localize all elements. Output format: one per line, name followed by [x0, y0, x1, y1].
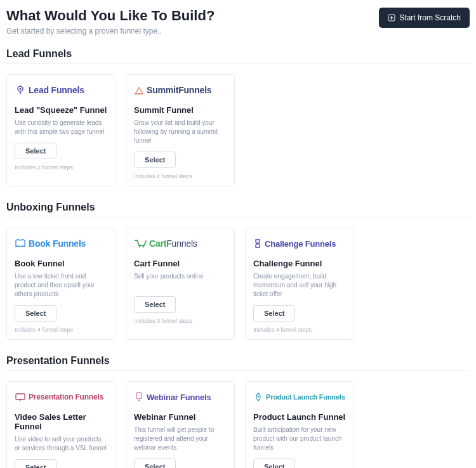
section-title-unboxing: Unboxing Funnels: [6, 202, 470, 213]
select-button[interactable]: Select: [134, 152, 176, 168]
section-title-presentation: Presentation Funnels: [6, 355, 470, 367]
logo-challenge-funnels: Challenge Funnels: [253, 236, 346, 251]
page-title: What Would You Like To Build?: [6, 8, 215, 24]
card-summit: SummitFunnels Summit Funnel Grow your li…: [126, 74, 235, 186]
logo-text: Product Launch Funnels: [266, 393, 345, 401]
divider: [6, 370, 470, 371]
card-title: Challenge Funnel: [253, 259, 346, 268]
card-description: Grow your list and build your following …: [134, 119, 227, 145]
card-description: Built anticipation for your new product …: [253, 426, 346, 452]
logo-text: SummitFunnels: [147, 85, 211, 95]
logo-book-funnels: Book Funnels: [15, 236, 107, 251]
select-button[interactable]: Select: [15, 459, 56, 468]
select-button[interactable]: Select: [134, 458, 176, 468]
lead-funnels-row: Lead Funnels Lead "Squeeze" Funnel Use c…: [6, 74, 470, 186]
card-title: Lead "Squeeze" Funnel: [15, 105, 107, 115]
card-meta: Includes 3 funnel steps: [134, 318, 227, 324]
logo-text: Presentation Funnels: [29, 393, 103, 401]
select-button[interactable]: Select: [253, 458, 295, 468]
divider: [6, 217, 470, 218]
logo-text: Challenge Funnels: [265, 239, 336, 249]
logo-product-launch-funnels: Product Launch Funnels: [253, 389, 346, 405]
start-from-scratch-button[interactable]: Start from Scratch: [379, 8, 470, 28]
card-challenge: Challenge Funnels Challenge Funnel Creat…: [245, 228, 354, 340]
card-meta: Includes 4 funnel steps: [15, 327, 107, 333]
logo-presentation-funnels: Presentation Funnels: [15, 389, 107, 405]
select-button[interactable]: Select: [134, 296, 176, 313]
card-product-launch: Product Launch Funnels Product Launch Fu…: [245, 381, 354, 468]
unboxing-funnels-row: Book Funnels Book Funnel Use a low ticke…: [6, 228, 470, 340]
card-title: Webinar Funnel: [134, 412, 227, 422]
logo-lead-funnels: Lead Funnels: [15, 82, 107, 98]
plus-icon: [388, 14, 395, 22]
logo-text: Webinar Funnels: [147, 393, 211, 402]
card-description: Sell your products online: [134, 272, 227, 290]
section-title-lead: Lead Funnels: [6, 48, 470, 60]
card-description: This funnel will get people to registere…: [134, 426, 227, 452]
svg-point-2: [20, 88, 22, 90]
logo-text: Lead Funnels: [29, 85, 84, 95]
logo-text: CartFunnels: [149, 238, 197, 249]
start-from-scratch-label: Start from Scratch: [399, 13, 461, 22]
logo-cart-funnels: CartFunnels: [134, 236, 227, 251]
card-title: Video Sales Letter Funnel: [15, 412, 107, 431]
card-title: Book Funnel: [15, 259, 107, 268]
card-meta: Includes 4 funnel steps: [253, 327, 346, 333]
card-meta: Includes 2 funnel steps: [15, 164, 107, 171]
card-vsl: Presentation Funnels Video Sales Letter …: [6, 381, 116, 468]
card-description: Use video to sell your products or servi…: [15, 435, 107, 453]
card-description: Create engagement, build momentum and se…: [253, 272, 346, 299]
select-button[interactable]: Select: [15, 143, 56, 159]
svg-point-4: [143, 246, 144, 247]
card-description: Use a low ticket front end product and t…: [15, 272, 107, 299]
logo-text: Book Funnels: [29, 238, 86, 249]
divider: [6, 63, 470, 64]
card-book: Book Funnels Book Funnel Use a low ticke…: [6, 228, 116, 340]
card-title: Summit Funnel: [134, 105, 227, 115]
logo-summit-funnels: SummitFunnels: [134, 82, 227, 98]
logo-webinar-funnels: Webinar Funnels: [134, 389, 227, 405]
card-title: Product Launch Funnel: [253, 412, 346, 422]
header-text-group: What Would You Like To Build? Get starte…: [6, 8, 215, 36]
card-lead-squeeze: Lead Funnels Lead "Squeeze" Funnel Use c…: [6, 74, 116, 186]
page-subtitle: Get started by selecting a proven funnel…: [6, 27, 215, 36]
card-title: Cart Funnel: [134, 259, 227, 268]
card-meta: Includes 4 funnel steps: [134, 173, 227, 179]
svg-point-6: [258, 396, 259, 397]
svg-rect-5: [16, 394, 25, 400]
card-webinar: Webinar Funnels Webinar Funnel This funn…: [126, 381, 235, 468]
select-button[interactable]: Select: [253, 305, 295, 322]
page-header: What Would You Like To Build? Get starte…: [6, 8, 470, 36]
svg-point-3: [139, 246, 140, 247]
card-cart: CartFunnels Cart Funnel Sell your produc…: [126, 228, 235, 340]
select-button[interactable]: Select: [15, 305, 56, 322]
presentation-funnels-row: Presentation Funnels Video Sales Letter …: [6, 381, 470, 468]
card-description: Use curiosity to generate leads with thi…: [15, 119, 107, 136]
